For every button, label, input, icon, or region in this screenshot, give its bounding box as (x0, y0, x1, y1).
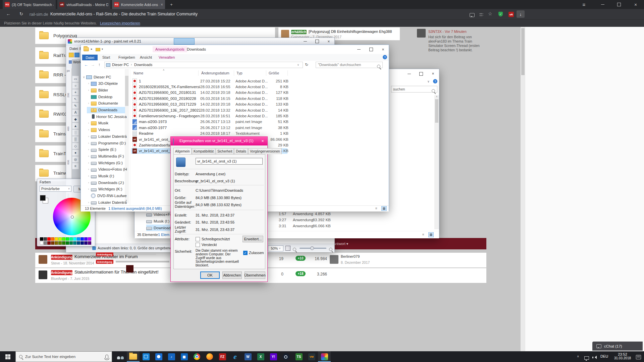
readonly-checkbox[interactable] (196, 237, 200, 241)
help-icon[interactable]: ? (433, 79, 437, 83)
bookmark-star-icon[interactable]: ☆ (488, 11, 492, 16)
browser-tab[interactable]: RSKommerzielle Add-ons -× (112, 0, 165, 9)
taskbar-search-input[interactable]: Zur Suche Text hier eingeben (15, 351, 112, 362)
minimize-button[interactable] (301, 38, 310, 45)
nav-label[interactable]: Musik (I:) (154, 219, 169, 223)
save-icon[interactable] (74, 53, 79, 57)
palette-swatch[interactable] (58, 241, 62, 245)
column-type[interactable]: Typ (236, 71, 243, 75)
file-row[interactable]: 127.03.2018 15:22Adobe Acrobat D...251 K… (131, 78, 287, 84)
nav-item[interactable]: ›Videos (87, 127, 110, 133)
nav-label[interactable]: DVD-RW-Laufwe (97, 194, 127, 198)
apply-button[interactable]: Übernehmen (245, 272, 265, 279)
qat-newfolder-icon[interactable] (96, 48, 100, 51)
volume-icon[interactable] (592, 355, 596, 361)
taskbar-app-people[interactable] (114, 351, 127, 362)
expander-icon[interactable]: › (87, 88, 90, 92)
color-target-select[interactable]: Primärfarbe∨ (40, 186, 71, 192)
browser-minimize-button[interactable] (594, 0, 611, 9)
view-list-icon[interactable]: ≡ (422, 233, 424, 236)
tool-button[interactable]: ◇ (72, 143, 79, 149)
taskbar-app-train-simulator[interactable]: TS (292, 351, 305, 362)
chat-button[interactable]: cChat (17) (592, 342, 643, 351)
qat-properties-icon[interactable]: ▸ (91, 47, 93, 51)
taskbar-app-excel[interactable]: X (254, 351, 267, 362)
browser-scrollbar[interactable] (521, 27, 525, 351)
zoom-level-select[interactable]: 50%∨ (268, 245, 283, 251)
breadcrumb[interactable]: Dieser PC › Downloads ∨ (104, 62, 303, 68)
nav-item[interactable]: ›Downloads (J:) (87, 179, 124, 186)
file-row[interactable]: AZG7013956900_001_2018013114.02.2018 20:… (131, 90, 287, 96)
expander-icon[interactable]: › (87, 135, 90, 138)
tool-button[interactable]: ○ (72, 82, 79, 89)
menu-datei[interactable]: Datei (69, 47, 78, 51)
taskbar-app-groove-music[interactable]: ♪ (165, 351, 178, 362)
expander-icon[interactable]: › (87, 121, 90, 125)
bookmarks-import-link[interactable]: Lesezeichen importieren (100, 21, 140, 25)
palette-swatch[interactable] (84, 241, 88, 245)
nav-forward-icon[interactable]: → (91, 62, 95, 67)
browser-menu-icon[interactable]: ≡ (579, 0, 589, 9)
file-row[interactable]: AZG7013956900_003_2018022805.03.2018 16:… (131, 96, 287, 101)
expander-icon[interactable]: › (87, 128, 90, 131)
zoom-slider-thumb[interactable] (310, 246, 314, 250)
vr-extension-icon[interactable]: vR (508, 12, 514, 17)
ribbon-tab-verwalten[interactable]: Verwalten (159, 55, 175, 59)
nav-item[interactable]: ›Programme (D:) (87, 140, 126, 146)
nav-item[interactable]: ›Lokaler Datenträ (87, 199, 127, 205)
tool-button[interactable]: ▒ (72, 136, 79, 142)
tool-button[interactable]: ▲ (72, 123, 79, 129)
file-row[interactable]: man-sl200-197726.06.2017 13:12paint.net … (131, 125, 287, 130)
nav-item[interactable]: DVD-RW-Laufwe (87, 193, 127, 199)
expander-icon[interactable]: › (87, 201, 90, 204)
palette-swatch[interactable] (80, 241, 84, 245)
file-name[interactable]: AZG7013956900_13E_2017_28022018 (139, 108, 200, 112)
view-list-icon[interactable]: ≡ (375, 206, 377, 210)
nav-label[interactable]: Desktop (98, 95, 112, 99)
back-icon[interactable]: ← (6, 11, 11, 16)
tool-button[interactable]: ● (72, 149, 79, 156)
expander-icon[interactable]: › (87, 148, 90, 151)
taskbar-app-microsoft-store[interactable] (140, 351, 152, 362)
microphone-icon[interactable] (105, 355, 108, 359)
column-size[interactable]: Größe (269, 71, 279, 75)
extensions-icon[interactable] (479, 12, 483, 18)
browser-tab[interactable]: RS(3) Off Topic Stammtisch - C (3, 0, 56, 9)
palette-swatch[interactable] (73, 241, 76, 245)
nav-label[interactable]: Dieser PC (94, 75, 111, 79)
nav-label[interactable]: Wichtiges (K:) (98, 187, 122, 191)
palette-swatch[interactable] (66, 241, 69, 245)
file-row[interactable]: Readme24.03.2018 18:17Textdokument1 KB (131, 131, 287, 136)
nav-label[interactable]: Spiele (E:) (98, 147, 116, 152)
dialog-tab-vorgängerversionen[interactable]: Vorgängerversionen (248, 148, 282, 154)
view-thumbnails-icon[interactable]: ▦ (381, 206, 387, 211)
nav-label[interactable]: Videos+Fotos (H (98, 167, 127, 171)
dialog-tab-allgemein[interactable]: Allgemein (173, 148, 192, 155)
nav-item[interactable]: ›Videos+Fotos (H (87, 166, 127, 173)
scrollbar-thumb[interactable] (435, 99, 438, 123)
column-name[interactable]: Name (133, 71, 143, 75)
nav-item[interactable]: ›Spiele (E:) (87, 146, 116, 153)
close-button[interactable]: × (324, 38, 333, 45)
palette-swatch[interactable] (88, 241, 91, 245)
nav-up-icon[interactable]: ↑ (98, 62, 100, 67)
nav-label[interactable]: Lokaler Datenträ (98, 134, 127, 138)
nav-item[interactable]: ›3D-Objekte (87, 80, 118, 87)
nav-label[interactable]: Bilder (98, 88, 108, 92)
taskbar-app-photos[interactable] (152, 351, 165, 362)
minimize-button[interactable] (404, 69, 415, 78)
taskbar-app-voicemeeter[interactable]: VM (305, 351, 318, 362)
tool-button[interactable]: ≡ (72, 163, 79, 169)
nav-label[interactable]: Downloads (98, 108, 117, 112)
taskbar-app-filezilla[interactable]: FZ (216, 351, 229, 362)
file-name[interactable]: AZG7013956900_013_20171229 (139, 102, 200, 106)
close-button[interactable]: × (427, 69, 439, 78)
nav-item[interactable]: Downloads (87, 107, 125, 113)
breadcrumb-item-downloads[interactable]: Downloads (134, 63, 152, 67)
ok-button[interactable]: OK (200, 272, 220, 279)
file-name[interactable]: 20180328165526_TK-Familienversicherun... (139, 85, 200, 89)
nav-label[interactable]: Musik (I:) (98, 174, 114, 178)
open-icon[interactable] (69, 53, 74, 57)
filename-input[interactable]: vr_br141_el_orot_v3 (1) (196, 158, 263, 165)
taskbar-app-edge[interactable]: e (229, 351, 241, 362)
